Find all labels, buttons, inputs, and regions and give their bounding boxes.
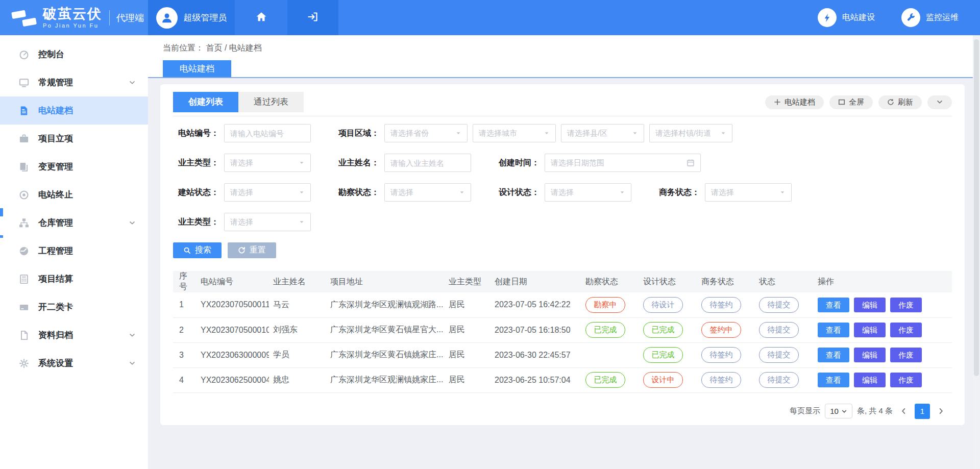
view-button[interactable]: 查看 [818,298,849,312]
page-scrollbar[interactable] [973,35,980,469]
view-button[interactable]: 查看 [818,373,849,387]
sidebar-item-card[interactable]: 开二类卡 [0,293,148,321]
cell-no: 1 [173,292,197,317]
filter-input[interactable] [384,154,471,172]
cell-business: 待签约 [697,367,755,392]
filter-select[interactable]: 请选择 [224,183,311,202]
sidebar-item-file[interactable]: 资料归档 [0,321,148,349]
column-header: 项目地址 [326,271,445,292]
filter-select[interactable]: 请选择 [384,183,471,202]
edit-button[interactable]: 编辑 [854,323,886,337]
sidebar-item-target[interactable]: 电站终止 [0,181,148,209]
app-root: 破茧云伏 Po Jian Yun Fu 代理端 超级管理员 电站建设监控运维 [0,0,980,469]
home-button[interactable] [235,0,287,35]
view-button[interactable]: 查看 [818,348,849,362]
view-button[interactable]: 查看 [818,323,849,337]
cell-owner: 马云 [269,292,326,317]
panel-tab[interactable]: 创建列表 [173,92,238,112]
cell-owner: 刘强东 [269,317,326,342]
user-name: 超级管理员 [184,12,227,23]
filter-select[interactable]: 请选择县/区 [561,124,644,142]
caret-down-icon [632,130,638,136]
sidebar-item-gear[interactable]: 系统设置 [0,349,148,377]
sidebar-item-briefcase[interactable]: 项目立项 [0,125,148,153]
column-header: 业主类型 [445,271,491,292]
per-page-select[interactable]: 10 [825,404,852,418]
page-tab[interactable]: 电站建档 [163,60,231,77]
edit-button[interactable]: 编辑 [854,373,886,387]
sidebar-item-label: 工程管理 [38,245,73,257]
filter-select[interactable]: 请选择 [224,154,311,172]
next-page-button[interactable] [937,407,945,415]
page-number-button[interactable]: 1 [915,404,930,419]
toolbar-button[interactable]: 全屏 [829,95,873,109]
toolbar-button[interactable]: 刷新 [878,95,922,109]
column-header: 业主姓名 [269,271,326,292]
breadcrumb-prefix: 当前位置： [163,43,204,52]
breadcrumb-path[interactable]: 首页 / 电站建档 [206,43,261,52]
filter-select[interactable]: 请选择村镇/街道 [649,124,732,142]
void-button[interactable]: 作废 [890,373,922,387]
sidebar-item-document[interactable]: 电站建档 [0,96,148,125]
survey-status-badge: 已完成 [585,372,625,388]
cell-actions: 查看编辑作废 [814,342,952,367]
scrollbar-thumb[interactable] [974,39,979,376]
filter-select[interactable]: 请选择 [705,183,792,202]
caret-down-icon [299,219,305,225]
chevron-down-icon [841,408,847,414]
document-icon [19,106,29,116]
sidebar-item-sitemap[interactable]: 仓库管理 [0,209,148,237]
file-icon [19,330,29,340]
sidebar-item-dashboard[interactable]: 控制台 [0,40,148,68]
sidebar-item-gauge[interactable]: 工程管理 [0,237,148,265]
void-button[interactable]: 作废 [890,348,922,362]
edit-button[interactable]: 编辑 [854,298,886,312]
cell-type: 居民 [445,292,491,317]
brand-logo-icon [11,7,38,29]
caret-down-icon [544,130,550,136]
current-user[interactable]: 超级管理员 [148,0,235,35]
filter-label: 勘察状态： [333,187,379,198]
filter-group: 建站状态：请选择 [173,183,311,202]
filter-input[interactable] [224,124,311,142]
filter-select[interactable]: 请选择 [224,213,311,231]
logout-button[interactable] [287,0,338,35]
sidebar-item-copy[interactable]: 变更管理 [0,153,148,181]
filter-form: 电站编号：项目区域：请选择省份请选择城市请选择县/区请选择村镇/街道业主类型：请… [173,116,952,231]
filter-select[interactable]: 请选择城市 [473,124,556,142]
per-page-label: 每页显示 [790,406,820,416]
cell-survey: 已完成 [581,367,639,392]
search-button[interactable]: 搜索 [173,242,222,258]
survey-status-badge: 勘察中 [585,297,625,313]
table-row: 4YX2023062500004姚忠广东深圳龙华区观澜镇姚家庄...居民2023… [173,367,952,392]
cell-survey: 勘察中 [581,292,639,317]
filter-select[interactable]: 请选择 [545,183,631,202]
quick-link[interactable]: 电站建设 [818,8,875,27]
filter-label: 商务状态： [654,187,700,198]
sidebar-item-monitor[interactable]: 常规管理 [0,68,148,96]
column-header: 电站编号 [197,271,269,292]
edit-button[interactable]: 编辑 [854,348,886,362]
brand-title: 破茧云伏 [43,7,102,21]
cell-date: 2023-07-05 16:18:50 [491,317,581,342]
void-button[interactable]: 作废 [890,323,922,337]
column-header: 状态 [755,271,814,292]
filter-group: 业主类型：请选择 [173,213,311,231]
cell-actions: 查看编辑作废 [814,292,952,317]
toolbar-collapse-button[interactable] [927,95,952,109]
cell-status: 待提交 [755,367,814,392]
date-range-picker[interactable]: 请选择日期范围 [545,154,701,172]
brand-area: 破茧云伏 Po Jian Yun Fu 代理端 [0,0,148,35]
void-button[interactable]: 作废 [890,298,922,312]
reset-button[interactable]: 重置 [228,242,276,258]
cell-code: YX2023063000009 [197,342,269,367]
filter-select[interactable]: 请选择省份 [384,124,468,142]
panel-tab[interactable]: 通过列表 [238,92,304,112]
quick-link[interactable]: 监控运维 [901,8,959,27]
wrench-icon [901,8,920,27]
sidebar-item-calculator[interactable]: 项目结算 [0,265,148,293]
sidebar-item-label: 项目立项 [38,133,73,144]
cell-no: 2 [173,317,197,342]
prev-page-button[interactable] [900,407,908,415]
toolbar-button[interactable]: 电站建档 [765,95,824,109]
